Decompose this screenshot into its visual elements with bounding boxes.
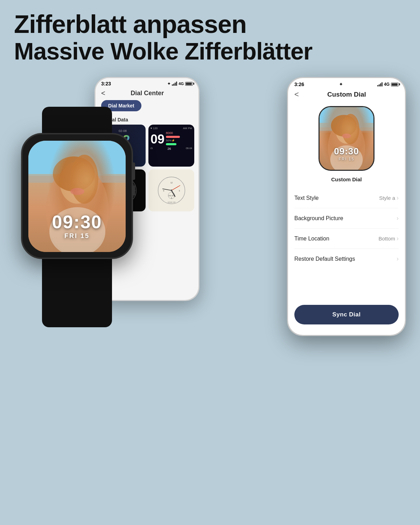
settings-list: Text Style Style a › Background Picture … <box>288 188 405 298</box>
sync-dial-button[interactable]: Sync Dial <box>294 305 399 324</box>
text-style-value: Style a › <box>379 194 399 202</box>
svg-text:10349  186: 10349 186 <box>167 202 175 203</box>
header-section: Zifferblatt anpassen Massive Wolke Ziffe… <box>14 10 312 64</box>
phone2-battery-icon <box>391 83 399 86</box>
phone2-body: 3:26 ✦ 4G < Custom Dial <box>287 77 406 336</box>
watch-date: FRI 15 <box>28 232 126 240</box>
headline-2: Massive Wolke Zifferblätter <box>14 38 312 64</box>
watch-side-button-1 <box>132 162 135 180</box>
time-location-row[interactable]: Time Location Bottom › <box>294 229 399 249</box>
phone1-back-button[interactable]: < <box>101 89 105 97</box>
phone2-page-title: Custom Dial <box>302 91 391 98</box>
background-picture-row[interactable]: Background Picture › <box>294 208 399 229</box>
location-icon: ✦ <box>167 82 170 86</box>
watch-face-4[interactable]: 12 6 3 9 BALIRA 10349 186 <box>148 169 194 211</box>
watch-preview: 09:30 FRI 15 <box>318 106 374 171</box>
background-picture-value: › <box>397 215 399 222</box>
phone2-clock: 3:26 <box>294 82 304 87</box>
signal-icon <box>172 82 177 86</box>
restore-defaults-chevron: › <box>397 255 399 262</box>
svg-point-43 <box>342 114 359 144</box>
watch-time: 09:30 <box>28 213 126 231</box>
phone1-clock: 3:23 <box>101 81 111 86</box>
phone2-screen: 3:26 ✦ 4G < Custom Dial <box>288 78 405 335</box>
phone1-status-bar: 3:23 ✦ 4G <box>96 78 198 88</box>
watch-preview-photo: 09:30 FRI 15 <box>320 107 373 170</box>
analog-light-dial: 12 6 3 9 BALIRA 10349 186 <box>158 176 186 204</box>
svg-point-5 <box>70 155 98 204</box>
time-location-chevron: › <box>397 235 399 242</box>
svg-point-7 <box>70 188 84 195</box>
restore-defaults-value: › <box>397 255 399 262</box>
watch-preview-date: FRI 15 <box>320 157 373 161</box>
phone2-signal-icon <box>377 82 383 86</box>
watch-side-button-2 <box>132 185 135 196</box>
phone2-back-button[interactable]: < <box>294 90 299 99</box>
svg-text:9: 9 <box>163 190 164 192</box>
restore-defaults-row[interactable]: Restore Default Settings › <box>294 249 399 269</box>
text-style-row[interactable]: Text Style Style a › <box>294 188 399 208</box>
wf2-top: ♥ 120AM PM <box>150 127 192 130</box>
phone1-page-title: Dial Center <box>109 90 186 97</box>
wf2-mid: 09 8000 50%⚡ <box>150 131 192 146</box>
custom-dial-label: Custom Dial <box>288 176 405 188</box>
sync-button-container: Sync Dial <box>288 298 405 335</box>
battery-icon <box>185 82 193 86</box>
network-label: 4G <box>178 82 184 86</box>
watch-preview-time: 09:30 <box>320 146 373 157</box>
watch-preview-time-display: 09:30 FRI 15 <box>320 146 373 161</box>
phone2-custom-dial: 3:26 ✦ 4G < Custom Dial <box>287 77 406 336</box>
wf1-date: 02-08 <box>119 129 127 133</box>
phone2-status-bar: 3:26 ✦ 4G <box>288 78 405 89</box>
time-location-value: Bottom › <box>378 235 399 242</box>
phone2-network: 4G <box>384 82 390 87</box>
watch-band-top <box>42 107 112 135</box>
smartwatch: 09:30 FRI 15 <box>21 133 133 259</box>
watch-screen: 09:30 FRI 15 <box>28 141 126 252</box>
watch-preview-section: 09:30 FRI 15 <box>288 103 405 176</box>
watch-body: 09:30 FRI 15 <box>21 133 133 259</box>
time-location-current: Bottom <box>378 236 395 241</box>
phone2-nav: < Custom Dial <box>288 89 405 103</box>
time-location-label: Time Location <box>294 236 329 242</box>
svg-point-45 <box>342 133 351 138</box>
phone2-status-icons: 4G <box>377 82 399 87</box>
phone2-location-icon: ✦ <box>339 82 343 87</box>
text-style-chevron: › <box>397 194 399 202</box>
background-picture-chevron: › <box>397 215 399 222</box>
watch-face-2[interactable]: ♥ 120AM PM 09 8000 50%⚡ ☊2606-04 <box>148 125 194 167</box>
watch-background-photo: 09:30 FRI 15 <box>28 141 126 252</box>
phone1-status-icons: ✦ 4G <box>167 82 193 86</box>
headline-1: Zifferblatt anpassen <box>14 10 312 38</box>
svg-text:3: 3 <box>178 190 180 192</box>
wf2-bottom: ☊2606-04 <box>150 147 192 150</box>
restore-defaults-label: Restore Default Settings <box>294 256 355 262</box>
text-style-label: Text Style <box>294 195 318 201</box>
background-picture-label: Background Picture <box>294 215 343 222</box>
watch-time-display: 09:30 FRI 15 <box>28 213 126 240</box>
phone1-nav: < Dial Center <box>96 88 198 100</box>
svg-text:12: 12 <box>170 182 172 184</box>
watch-band-bottom <box>42 257 112 327</box>
text-style-current: Style a <box>379 195 395 201</box>
svg-point-37 <box>170 190 172 191</box>
